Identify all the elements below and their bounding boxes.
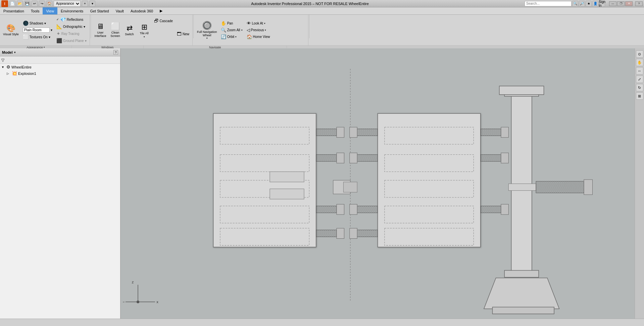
help-btn[interactable]: ? xyxy=(635,1,643,6)
previous-btn[interactable]: ◁ Previous ▾ xyxy=(245,27,272,33)
qa-add-btn[interactable]: + xyxy=(82,1,88,7)
svg-text:←: ← xyxy=(122,300,126,304)
star-icon[interactable]: ★ xyxy=(586,1,592,7)
menu-tools[interactable]: Tools xyxy=(28,7,43,14)
svg-rect-19 xyxy=(337,228,344,239)
filter-icon[interactable]: ▽ xyxy=(1,58,4,62)
gp-dd-arrow[interactable]: ▾ xyxy=(85,39,87,43)
viewport[interactable]: — ❐ ✕ BACK xyxy=(121,48,644,319)
qa-undo-btn[interactable]: ↩ xyxy=(32,1,38,7)
model-panel-title: Model xyxy=(2,50,13,54)
shadows-btn[interactable]: 🌑 Shadows ▾ xyxy=(21,20,54,27)
ground-plane-btn[interactable]: ⬛ Ground Plane ▾ xyxy=(55,37,88,44)
qa-open-btn[interactable]: 📂 xyxy=(17,1,23,7)
ray-tracing-btn[interactable]: ✦ Ray Tracing xyxy=(55,30,88,37)
rt-btn-2[interactable]: ✋ xyxy=(636,59,643,66)
zoom-all-dd[interactable]: ▾ xyxy=(241,29,243,32)
search-icon[interactable]: 🔍 xyxy=(572,1,578,7)
user-interface-btn[interactable]: 🖥 UserInterface xyxy=(93,21,108,40)
clean-screen-icon: ⬜ xyxy=(111,23,120,30)
windows-content: 🖥 UserInterface ⬜ CleanScreen ⇄ Switch ⊞ xyxy=(93,15,191,45)
reflections-btn[interactable]: 💎 Reflections xyxy=(55,16,88,23)
switch-btn[interactable]: ⇄ Switch xyxy=(123,21,136,40)
svg-rect-32 xyxy=(356,129,378,136)
magnify-icon[interactable]: 🔎 xyxy=(579,1,585,7)
qa-new-btn[interactable]: 📄 xyxy=(9,1,15,7)
pan-label: Pan xyxy=(227,21,233,25)
qa-more-btn[interactable]: ▾ xyxy=(89,1,95,7)
menu-more[interactable]: ▶ xyxy=(156,7,166,14)
navigate-content: 🔘 Full NavigationWheel ▾ ✋ Pan 🔍 Zoom Al… xyxy=(196,15,307,45)
app-restore-btn[interactable]: ❐ xyxy=(617,1,625,6)
app-close-btn[interactable]: ✕ xyxy=(625,1,633,6)
zoom-all-icon: 🔍 xyxy=(221,28,226,33)
svg-rect-35 xyxy=(350,204,357,215)
lighting-label: Plain Room xyxy=(23,28,50,33)
svg-rect-13 xyxy=(337,153,344,163)
title-bar: I 📄 📂 💾 ↩ ↪ 🏠 Appearance + ▾ Autodesk In… xyxy=(0,0,644,7)
shadows-icon: 🌑 xyxy=(23,20,29,26)
shadows-dd-arrow[interactable]: ▾ xyxy=(44,21,46,25)
tile-all-btn[interactable]: ⊞ Tile All ▾ xyxy=(137,21,152,39)
textures-dd-arrow[interactable]: ▾ xyxy=(49,35,50,39)
orthographic-btn[interactable]: 📐 Orthographic ▾ xyxy=(55,23,88,30)
look-at-label: Look At xyxy=(252,21,263,25)
app-icon[interactable]: I xyxy=(1,0,8,7)
rt-btn-6[interactable]: ⊞ xyxy=(636,92,643,100)
home-view-btn[interactable]: 🏠 Home View xyxy=(245,34,272,40)
menu-view[interactable]: View xyxy=(43,7,57,14)
look-at-dd[interactable]: ▾ xyxy=(264,22,265,25)
previous-dd[interactable]: ▾ xyxy=(265,29,266,32)
app-minimize-btn[interactable]: — xyxy=(609,1,616,6)
workspace-dropdown[interactable]: Appearance xyxy=(54,1,81,7)
lighting-dropdown[interactable]: Plain Room ▾ xyxy=(21,27,54,33)
new-window-btn[interactable]: 🗔 New xyxy=(175,31,191,37)
qa-save-btn[interactable]: 💾 xyxy=(24,1,30,7)
menu-vault[interactable]: Vault xyxy=(112,7,127,14)
account-icon[interactable]: 👤 xyxy=(592,1,598,7)
zoom-all-btn[interactable]: 🔍 Zoom All ▾ xyxy=(219,27,244,33)
tree-expand-explosion[interactable]: ▷ xyxy=(7,72,11,75)
ribbon-group-appearance: 🎨 Visual Style 🌑 Shadows ▾ Plain Room ▾ xyxy=(0,15,90,45)
full-nav-wheel-btn[interactable]: 🔘 Full NavigationWheel ▾ xyxy=(196,20,218,41)
rt-btn-1[interactable]: ⊙ xyxy=(636,50,643,58)
rt-btn-4[interactable]: ⤢ xyxy=(636,76,643,83)
orthographic-label: Orthographic xyxy=(63,25,83,29)
textures-btn[interactable]: ⬜ Textures On ▾ xyxy=(21,34,54,40)
ortho-dd-arrow[interactable]: ▾ xyxy=(84,25,85,29)
tree-item-wheel-entire[interactable]: ▼ ⚙ WheelEntire xyxy=(0,64,120,70)
qa-redo-btn[interactable]: ↪ xyxy=(39,1,45,7)
lighting-dd-arrow[interactable]: ▾ xyxy=(51,28,52,32)
search-input[interactable] xyxy=(525,1,572,6)
menu-presentation[interactable]: Presentation xyxy=(0,7,28,14)
tile-all-dd[interactable]: ▾ xyxy=(144,36,145,38)
pan-btn[interactable]: ✋ Pan xyxy=(219,20,244,27)
menu-environments[interactable]: Environments xyxy=(57,7,87,14)
svg-rect-21 xyxy=(270,189,304,199)
visual-style-icon: 🎨 xyxy=(6,25,15,32)
orbit-dd[interactable]: ▾ xyxy=(235,36,237,38)
model-panel-dropdown-arrow[interactable]: ▾ xyxy=(14,51,16,54)
look-at-btn[interactable]: 👁 Look At ▾ xyxy=(245,20,272,27)
wheel-entire-label: WheelEntire xyxy=(11,65,32,69)
tree-item-explosion1[interactable]: ▷ 💥 Explosion1 xyxy=(0,70,120,77)
status-bar xyxy=(0,319,644,326)
ribbon: 🎨 Visual Style 🌑 Shadows ▾ Plain Room ▾ xyxy=(0,15,644,48)
tree-expand-wheel[interactable]: ▼ xyxy=(1,65,5,69)
navigate-col1: ✋ Pan 🔍 Zoom All ▾ 🔄 Orbit ▾ xyxy=(219,20,244,40)
orbit-btn[interactable]: 🔄 Orbit ▾ xyxy=(219,34,244,40)
full-nav-dd[interactable]: ▾ xyxy=(206,37,208,40)
menu-autodesk-360[interactable]: Autodesk 360 xyxy=(127,7,156,14)
clean-screen-btn[interactable]: ⬜ CleanScreen xyxy=(109,21,122,40)
cascade-btn[interactable]: 🗗 Cascade xyxy=(152,17,175,24)
rt-btn-3[interactable]: ↔ xyxy=(636,67,643,75)
textures-icon: ⬜ xyxy=(23,34,29,40)
svg-rect-38 xyxy=(481,154,501,161)
qa-home-btn[interactable]: 🏠 xyxy=(46,1,52,7)
visual-style-button[interactable]: 🎨 Visual Style xyxy=(1,21,20,40)
rt-btn-5[interactable]: ↻ xyxy=(636,84,643,91)
model-panel-pin-btn[interactable]: ? xyxy=(113,50,118,55)
svg-rect-42 xyxy=(481,206,501,213)
sign-in-btn[interactable]: Sign In xyxy=(599,1,605,7)
menu-get-started[interactable]: Get Started xyxy=(87,7,112,14)
